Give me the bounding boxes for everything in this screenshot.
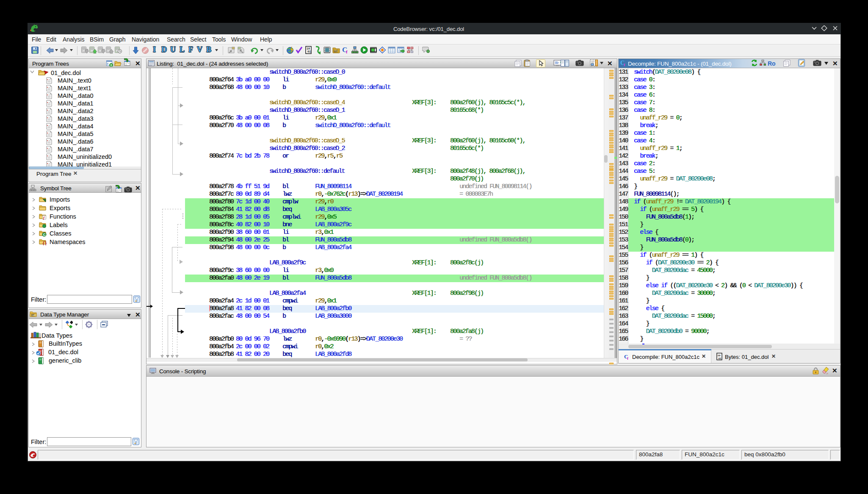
svg-text:f: f [346, 49, 348, 54]
svg-text:01: 01 [307, 50, 311, 53]
svg-text:DT: DT [31, 314, 34, 316]
svg-text:DT: DT [334, 50, 337, 53]
svg-text:f: f [627, 356, 629, 360]
svg-text:{}: {} [42, 241, 47, 245]
svg-text:01: 01 [719, 357, 722, 360]
svg-text:f: f [624, 63, 625, 67]
svg-text:C: C [43, 233, 46, 237]
svg-text:10: 10 [307, 47, 310, 50]
